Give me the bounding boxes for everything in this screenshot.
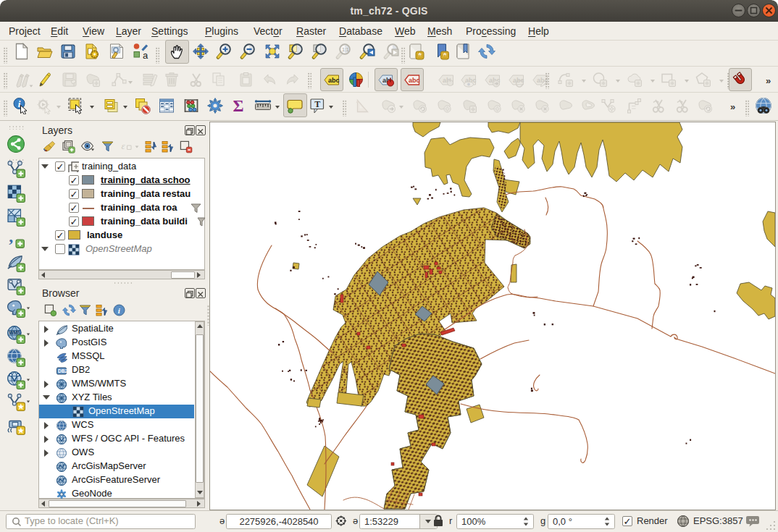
svg-text:Σ: Σ	[233, 97, 244, 114]
svg-text:a: a	[143, 50, 149, 61]
svg-text:ε: ε	[122, 141, 125, 151]
svg-text:,: ,	[9, 230, 13, 245]
svg-text:WMS: WMS	[9, 330, 21, 335]
svg-text:T: T	[314, 99, 320, 109]
svg-text:DB2: DB2	[58, 368, 67, 373]
svg-text:1:1: 1:1	[342, 47, 349, 52]
svg-text:abc: abc	[409, 77, 420, 84]
svg-text:abc: abc	[328, 77, 340, 84]
